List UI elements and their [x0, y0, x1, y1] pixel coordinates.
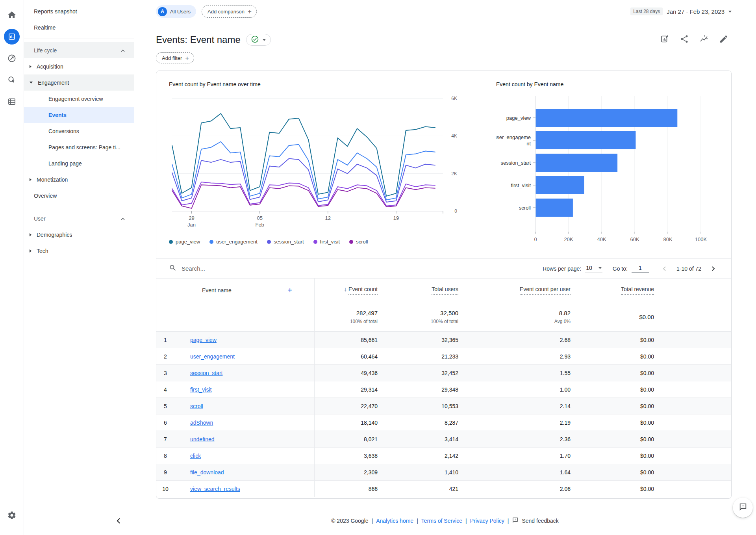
sidebar-item-label: Acquisition	[37, 63, 63, 70]
event-name-cell: undefined	[174, 431, 315, 447]
add-comparison-button[interactable]: Add comparison +	[202, 5, 257, 18]
topbar: A All Users Add comparison + Last 28 day…	[134, 0, 756, 23]
send-feedback-button[interactable]: Send feedback	[512, 517, 558, 525]
section-header-life-cycle[interactable]: Life cycle	[24, 42, 134, 58]
app-root: Reports snapshot Realtime Life cycle Acq…	[0, 0, 756, 535]
sidebar-item-engagement[interactable]: Engagement	[24, 74, 134, 91]
customize-report-button[interactable]	[657, 32, 673, 48]
svg-text:2K: 2K	[451, 171, 457, 176]
audience-chip-all-users[interactable]: A All Users	[156, 5, 196, 18]
legend-item[interactable]: page_view	[169, 239, 200, 245]
legend-item[interactable]: session_start	[267, 239, 304, 245]
analytics-home-link[interactable]: Analytics home	[376, 518, 413, 524]
legend-item[interactable]: first_visit	[313, 239, 340, 245]
line-chart-block: Event count by Event name over time 6K4K…	[169, 81, 462, 251]
insights-button[interactable]	[696, 32, 712, 48]
svg-text:nt: nt	[526, 141, 531, 147]
event-name-link[interactable]: session_start	[190, 370, 222, 376]
customize-report-icon	[660, 34, 669, 45]
sidebar-item-label: Events	[24, 112, 67, 118]
per-user-cell: 1.00	[458, 386, 571, 393]
event-name-cell: session_start	[174, 365, 315, 381]
sidebar-item-tech[interactable]: Tech	[24, 243, 134, 259]
sidebar-item-monetization[interactable]: Monetization	[24, 171, 134, 188]
event-count-cell: 22,470	[315, 403, 378, 409]
expand-arrow-icon	[30, 249, 32, 253]
section-header-user[interactable]: User	[24, 210, 134, 227]
explore-button[interactable]	[3, 50, 20, 67]
row-number: 4	[156, 386, 174, 393]
sidebar-item-pages-and-screens[interactable]: Pages and screens: Page ti...	[24, 139, 134, 155]
total-event-count: 282,497	[315, 310, 378, 316]
event-name-link[interactable]: first_visit	[190, 386, 211, 393]
previous-page-button[interactable]	[659, 263, 670, 274]
legend-item[interactable]: user_engagement	[209, 239, 258, 245]
admin-button[interactable]	[3, 93, 20, 110]
column-header-event-name[interactable]: Event name	[202, 287, 232, 294]
sidebar-item-demographics[interactable]: Demographics	[24, 227, 134, 243]
legend-item[interactable]: scroll	[349, 239, 368, 245]
go-to-label: Go to:	[613, 266, 628, 272]
event-name-cell: user_engagement	[174, 348, 315, 364]
sidebar-item-overview[interactable]: Overview	[24, 188, 134, 204]
legend-dot	[267, 240, 271, 244]
event-count-cell: 8,021	[315, 436, 378, 442]
sidebar-item-landing-page[interactable]: Landing page	[24, 155, 134, 171]
revenue-cell: $0.00	[571, 453, 654, 459]
go-to-page-input[interactable]	[632, 265, 649, 273]
event-name-link[interactable]: user_engagement	[190, 353, 235, 360]
total-users-cell: 29,348	[378, 386, 458, 393]
add-filter-button[interactable]: Add filter +	[156, 52, 194, 63]
row-number: 1	[156, 337, 174, 343]
edit-button[interactable]	[716, 32, 732, 48]
feedback-fab[interactable]	[733, 498, 753, 518]
settings-button[interactable]	[3, 507, 20, 524]
sidebar-item-engagement-overview[interactable]: Engagement overview	[24, 91, 134, 107]
column-header-total-revenue[interactable]: Total revenue	[621, 286, 654, 295]
event-count-cell: 3,638	[315, 453, 378, 459]
sidebar-item-realtime[interactable]: Realtime	[24, 19, 134, 35]
date-range-selector[interactable]: Last 28 days Jan 27 - Feb 23, 2023	[630, 7, 732, 15]
collapse-drawer-button[interactable]	[113, 515, 124, 526]
event-name-link[interactable]: adShown	[190, 420, 213, 426]
table-row: 8click3,6382,1421.70$0.00	[156, 447, 731, 464]
sidebar-item-acquisition[interactable]: Acquisition	[24, 58, 134, 74]
event-name-link[interactable]: page_view	[190, 337, 217, 343]
advertising-button[interactable]	[3, 71, 20, 89]
expand-arrow-icon	[30, 233, 32, 236]
total-users-cell: 3,414	[378, 436, 458, 442]
svg-text:60K: 60K	[630, 236, 639, 242]
total-event-count-sub: 100% of total	[315, 319, 378, 324]
event-name-link[interactable]: view_search_results	[190, 486, 240, 492]
event-name-link[interactable]: file_download	[190, 469, 224, 476]
search-input[interactable]	[182, 265, 347, 272]
expand-arrow-icon	[30, 178, 32, 181]
rows-per-page-select[interactable]: 10	[585, 264, 602, 273]
event-name-link[interactable]: undefined	[190, 436, 215, 442]
home-button[interactable]	[3, 6, 20, 24]
per-user-cell: 2.19	[458, 420, 571, 426]
reports-button[interactable]	[3, 28, 20, 45]
event-name-link[interactable]: click	[190, 453, 201, 459]
svg-text:20K: 20K	[564, 236, 573, 242]
next-page-button[interactable]	[708, 263, 719, 274]
event-name-link[interactable]: scroll	[190, 403, 203, 409]
total-users-cell: 8,287	[378, 420, 458, 426]
table-row: 6adShown18,1408,2872.19$0.00	[156, 414, 731, 431]
sidebar-item-reports-snapshot[interactable]: Reports snapshot	[24, 3, 134, 19]
column-header-event-count[interactable]: Event count	[348, 286, 378, 295]
column-header-total-users[interactable]: Total users	[432, 286, 458, 295]
share-button[interactable]	[676, 32, 692, 48]
rows-per-page-label: Rows per page:	[543, 266, 581, 272]
home-icon	[7, 10, 17, 20]
data-quality-selector[interactable]	[246, 34, 271, 46]
terms-of-service-link[interactable]: Terms of Service	[421, 518, 462, 524]
revenue-cell: $0.00	[571, 370, 654, 376]
column-header-event-count-per-user[interactable]: Event count per user	[520, 286, 571, 295]
audience-avatar: A	[158, 7, 167, 16]
sidebar-item-events[interactable]: Events	[24, 107, 134, 123]
add-dimension-button[interactable]: +	[287, 286, 292, 295]
privacy-policy-link[interactable]: Privacy Policy	[470, 518, 504, 524]
sidebar-item-label: Reports snapshot	[24, 8, 77, 15]
sidebar-item-conversions[interactable]: Conversions	[24, 123, 134, 139]
